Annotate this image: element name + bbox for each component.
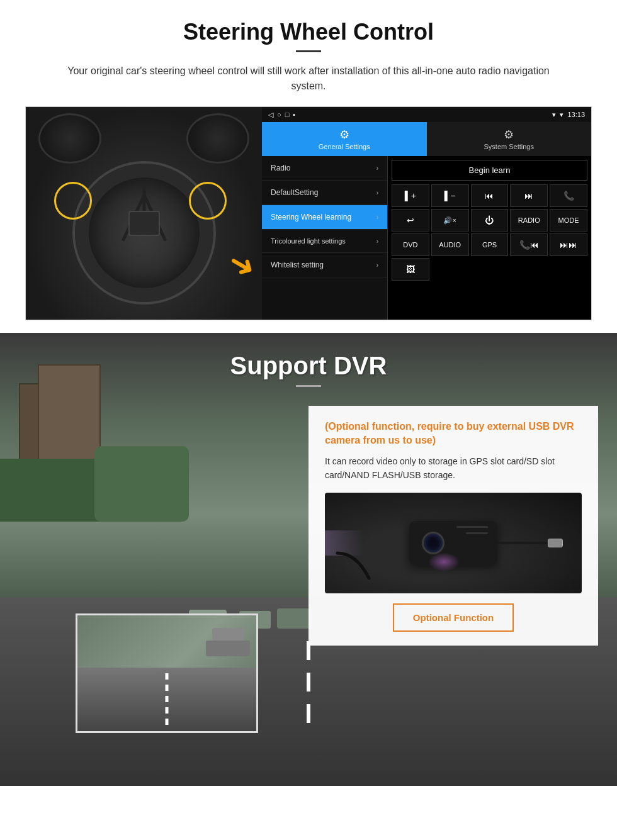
- usb-plug: [548, 539, 563, 547]
- menu-steering-label: Steering Wheel learning: [271, 213, 351, 221]
- optional-function-button[interactable]: Optional Function: [393, 603, 514, 632]
- menu-item-steering[interactable]: Steering Wheel learning ›: [262, 205, 387, 230]
- camera-detail-1: [456, 526, 488, 528]
- dvr-description: It can record video only to storage in G…: [325, 454, 582, 483]
- chevron-icon: ›: [376, 262, 378, 269]
- ctrl-next-track[interactable]: ⏭: [510, 184, 548, 207]
- chevron-icon: ›: [376, 214, 378, 221]
- time-display: 13:13: [567, 111, 585, 118]
- status-bar: ◁ ○ □ ▪ ▾ ▾ 13:13: [262, 107, 591, 122]
- dvr-optional-title: (Optional function, require to buy exter…: [325, 420, 582, 448]
- general-settings-icon: ⚙: [339, 128, 349, 142]
- system-settings-icon: ⚙: [504, 128, 514, 142]
- page-title: Steering Wheel Control: [25, 19, 592, 45]
- menu-radio-label: Radio: [271, 164, 290, 172]
- begin-learn-button[interactable]: Begin learn: [392, 160, 587, 181]
- tab-general-label: General Settings: [319, 143, 370, 150]
- highlight-right: [189, 182, 227, 220]
- ctrl-extra[interactable]: 🖼: [392, 258, 429, 281]
- android-ui-panel: ◁ ○ □ ▪ ▾ ▾ 13:13 ⚙ General Settings: [262, 107, 591, 320]
- section-description: Your original car's steering wheel contr…: [50, 64, 567, 94]
- menu-item-radio[interactable]: Radio ›: [262, 156, 387, 181]
- status-right-icons: ▾ ▾ 13:13: [552, 111, 585, 119]
- begin-learn-row: Begin learn: [392, 160, 587, 181]
- title-divider: [296, 50, 321, 52]
- steering-wheel-bg: ➜: [26, 107, 262, 320]
- ctrl-skip-next[interactable]: ⏭⏭: [550, 233, 587, 256]
- android-body: Radio › DefaultSetting › Steering Wheel …: [262, 156, 591, 320]
- ctrl-phone[interactable]: 📞: [550, 184, 587, 207]
- recent-icon[interactable]: □: [285, 111, 290, 118]
- menu-list: Radio › DefaultSetting › Steering Wheel …: [262, 156, 388, 320]
- menu-item-tricolour[interactable]: Tricoloured light settings ›: [262, 230, 387, 253]
- menu-item-default[interactable]: DefaultSetting ›: [262, 181, 387, 205]
- usb-cable: [485, 542, 548, 544]
- chevron-icon: ›: [376, 189, 378, 196]
- chevron-icon: ›: [376, 165, 378, 172]
- ctrl-gps[interactable]: GPS: [471, 233, 509, 256]
- signal-icon: ▾: [552, 111, 556, 119]
- camera-lens: [422, 532, 444, 554]
- wifi-icon: ▾: [560, 111, 563, 119]
- steering-section: Steering Wheel Control Your original car…: [0, 0, 617, 333]
- menu-whitelist-label: Whitelist setting: [271, 260, 324, 269]
- back-icon[interactable]: ◁: [268, 111, 273, 119]
- tab-general-settings[interactable]: ⚙ General Settings: [262, 122, 427, 156]
- optional-function-container: Optional Function: [325, 603, 582, 632]
- camera-cable-assembly: [485, 539, 563, 547]
- ctrl-audio[interactable]: AUDIO: [431, 233, 469, 256]
- tab-system-settings[interactable]: ⚙ System Settings: [427, 122, 592, 156]
- camera-detail-2: [466, 532, 488, 534]
- ctrl-power[interactable]: ⏻: [471, 209, 509, 232]
- ctrl-back[interactable]: ↩: [392, 209, 429, 232]
- controls-panel: Begin learn ▌+ ▌− ⏮ ⏭ 📞 ↩ 🔊× ⏻ RADIO MOD…: [388, 156, 591, 320]
- dvr-title: Support DVR: [25, 352, 592, 380]
- ctrl-prev-track[interactable]: ⏮: [471, 184, 509, 207]
- menu-item-whitelist[interactable]: Whitelist setting ›: [262, 253, 387, 277]
- camera-glow: [428, 552, 460, 571]
- steering-photo: ➜: [26, 107, 262, 320]
- steering-demo: ➜ ◁ ○ □ ▪ ▾ ▾ 13:13: [25, 106, 592, 320]
- dvr-camera-image: [325, 493, 582, 593]
- menu-default-label: DefaultSetting: [271, 188, 318, 197]
- cable-curve: [331, 547, 382, 587]
- menu-tricolour-label: Tricoloured light settings: [271, 237, 346, 245]
- camera-device: [409, 521, 497, 565]
- dvr-divider: [296, 385, 321, 387]
- ctrl-vol-down[interactable]: ▌−: [431, 184, 469, 207]
- status-nav-icons: ◁ ○ □ ▪: [268, 111, 295, 119]
- dvr-section: Support DVR (Optional function, require …: [0, 333, 617, 786]
- ctrl-mute[interactable]: 🔊×: [431, 209, 469, 232]
- dvr-thumbnail: [76, 613, 258, 733]
- menu-icon[interactable]: ▪: [293, 111, 295, 118]
- dvr-info-box: (Optional function, require to buy exter…: [308, 406, 598, 646]
- home-icon[interactable]: ○: [277, 111, 281, 118]
- android-tabs: ⚙ General Settings ⚙ System Settings: [262, 122, 591, 156]
- ctrl-radio[interactable]: RADIO: [510, 209, 548, 232]
- ctrl-phone-prev[interactable]: 📞⏮: [510, 233, 548, 256]
- control-grid: ▌+ ▌− ⏮ ⏭ 📞 ↩ 🔊× ⏻ RADIO MODE DVD AUDIO …: [392, 184, 587, 281]
- ctrl-vol-up[interactable]: ▌+: [392, 184, 429, 207]
- dvr-title-area: Support DVR: [0, 333, 617, 393]
- highlight-left: [54, 182, 92, 220]
- chevron-icon: ›: [376, 238, 378, 245]
- ctrl-dvd[interactable]: DVD: [392, 233, 429, 256]
- ctrl-mode[interactable]: MODE: [550, 209, 587, 232]
- tab-system-label: System Settings: [484, 143, 534, 150]
- dvr-content-area: (Optional function, require to buy exter…: [0, 393, 617, 771]
